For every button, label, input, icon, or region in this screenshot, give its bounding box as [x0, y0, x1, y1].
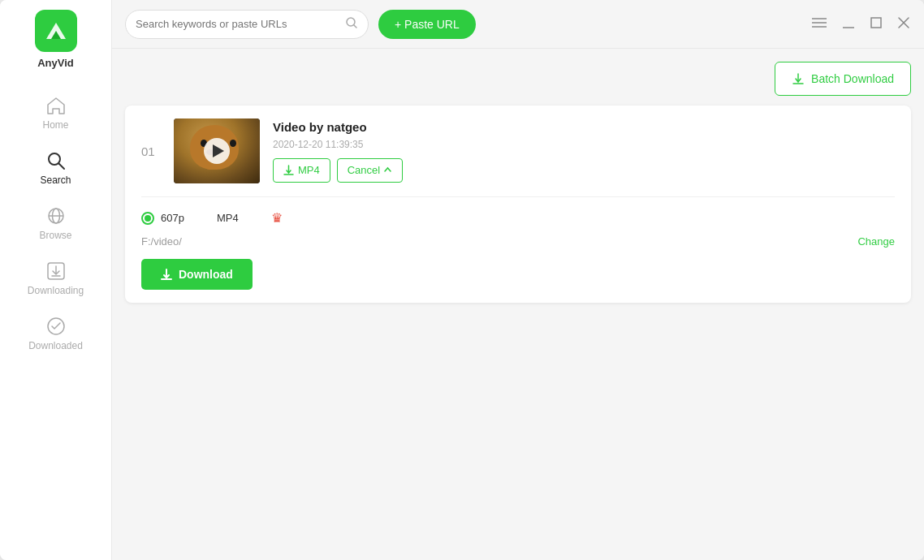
batch-download-label: Batch Download: [811, 72, 894, 85]
quality-select[interactable]: 607p: [141, 212, 184, 225]
sidebar-item-downloaded-label: Downloaded: [28, 340, 83, 351]
video-number: 01: [141, 144, 161, 158]
download-options: 607p MP4 ♛ F:/video/ Change: [125, 197, 911, 303]
content-area: Batch Download 01: [112, 49, 924, 560]
app-window: AnyVid Home Search: [0, 0, 924, 560]
video-header: 01 Video by natgeo: [125, 106, 911, 196]
svg-line-1: [58, 164, 64, 170]
sidebar-item-search-label: Search: [40, 174, 71, 186]
cancel-button[interactable]: Cancel: [337, 158, 403, 183]
change-path-link[interactable]: Change: [857, 235, 895, 248]
crown-icon: ♛: [271, 210, 283, 226]
download-path: F:/video/: [141, 235, 182, 248]
logo-area: AnyVid: [35, 10, 77, 69]
video-title: Video by natgeo: [273, 120, 895, 134]
download-button-label: Download: [179, 268, 233, 281]
sidebar: AnyVid Home Search: [0, 0, 112, 560]
app-logo-icon: [35, 10, 77, 52]
search-input[interactable]: [136, 18, 339, 30]
main-content: + Paste URL: [112, 0, 924, 560]
svg-rect-15: [871, 18, 881, 28]
video-card: 01 Video by natgeo: [125, 106, 911, 303]
quality-label: 607p: [161, 212, 184, 224]
batch-download-area: Batch Download: [125, 62, 911, 96]
sidebar-item-downloading[interactable]: Downloading: [0, 251, 111, 306]
search-box: [125, 10, 369, 39]
radio-inner: [145, 215, 151, 222]
sidebar-item-browse[interactable]: Browse: [0, 196, 111, 251]
svg-line-10: [354, 24, 357, 28]
mp4-label: MP4: [298, 164, 320, 176]
minimize-button[interactable]: [841, 15, 856, 33]
video-info: Video by natgeo 2020-12-20 11:39:35: [273, 120, 895, 183]
batch-download-button[interactable]: Batch Download: [775, 62, 911, 96]
format-label: MP4: [217, 212, 239, 224]
menu-button[interactable]: [810, 15, 828, 33]
cancel-label: Cancel: [348, 164, 380, 176]
search-icon[interactable]: [345, 16, 358, 32]
app-name: AnyVid: [37, 57, 74, 69]
video-actions: MP4 Cancel: [273, 158, 895, 183]
sidebar-item-downloading-label: Downloading: [28, 285, 84, 296]
window-controls: [810, 15, 911, 33]
video-date: 2020-12-20 11:39:35: [273, 139, 895, 150]
video-thumbnail[interactable]: [174, 118, 260, 183]
sidebar-item-home[interactable]: Home: [0, 85, 111, 140]
sidebar-item-search[interactable]: Search: [0, 140, 111, 196]
path-row: F:/video/ Change: [141, 235, 895, 248]
sidebar-item-browse-label: Browse: [39, 230, 71, 241]
sidebar-item-downloaded[interactable]: Downloaded: [0, 306, 111, 361]
app-body: AnyVid Home Search: [0, 0, 924, 560]
sidebar-item-home-label: Home: [42, 119, 68, 131]
mp4-button[interactable]: MP4: [273, 158, 330, 183]
maximize-button[interactable]: [869, 15, 883, 33]
play-button[interactable]: [204, 138, 230, 164]
squirrel-eye-right: [230, 140, 236, 147]
download-button[interactable]: Download: [141, 259, 253, 290]
close-button[interactable]: [896, 15, 911, 33]
options-row: 607p MP4 ♛: [141, 210, 895, 226]
paste-url-button[interactable]: + Paste URL: [378, 10, 476, 39]
top-bar: + Paste URL: [112, 0, 924, 49]
quality-radio: [141, 212, 154, 225]
